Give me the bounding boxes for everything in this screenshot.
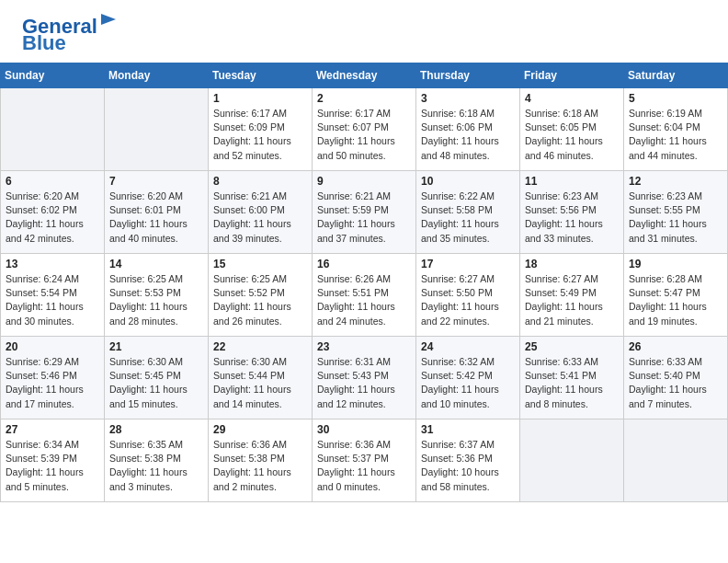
- calendar-cell: 21Sunrise: 6:30 AMSunset: 5:45 PMDayligh…: [105, 337, 209, 419]
- day-info: Sunrise: 6:18 AMSunset: 6:05 PMDaylight:…: [525, 107, 619, 163]
- day-number: 4: [525, 92, 619, 105]
- week-row-5: 27Sunrise: 6:34 AMSunset: 5:39 PMDayligh…: [1, 419, 728, 502]
- day-number: 10: [421, 175, 515, 188]
- day-number: 14: [109, 258, 203, 270]
- calendar-cell: 9Sunrise: 6:21 AMSunset: 5:59 PMDaylight…: [313, 171, 416, 254]
- calendar-cell: 18Sunrise: 6:27 AMSunset: 5:49 PMDayligh…: [520, 254, 624, 337]
- day-info: Sunrise: 6:28 AMSunset: 5:47 PMDaylight:…: [629, 272, 722, 328]
- day-number: 11: [525, 175, 619, 188]
- day-number: 27: [6, 423, 99, 436]
- calendar-cell: 25Sunrise: 6:33 AMSunset: 5:41 PMDayligh…: [520, 337, 624, 419]
- weekday-monday: Monday: [105, 63, 209, 88]
- weekday-wednesday: Wednesday: [313, 63, 416, 88]
- day-number: 2: [317, 92, 411, 105]
- day-info: Sunrise: 6:21 AMSunset: 5:59 PMDaylight:…: [317, 190, 411, 246]
- calendar-cell: 31Sunrise: 6:37 AMSunset: 5:36 PMDayligh…: [416, 419, 520, 502]
- week-row-3: 13Sunrise: 6:24 AMSunset: 5:54 PMDayligh…: [1, 254, 728, 337]
- header: General Blue: [0, 0, 728, 63]
- calendar-cell: 29Sunrise: 6:36 AMSunset: 5:38 PMDayligh…: [209, 419, 313, 502]
- day-info: Sunrise: 6:20 AMSunset: 6:02 PMDaylight:…: [6, 190, 99, 246]
- day-number: 19: [629, 258, 722, 270]
- day-info: Sunrise: 6:33 AMSunset: 5:41 PMDaylight:…: [525, 355, 619, 411]
- day-number: 21: [109, 340, 203, 353]
- calendar-cell: 20Sunrise: 6:29 AMSunset: 5:46 PMDayligh…: [1, 337, 105, 419]
- day-info: Sunrise: 6:30 AMSunset: 5:44 PMDaylight:…: [213, 355, 307, 411]
- day-number: 16: [317, 258, 411, 270]
- day-info: Sunrise: 6:32 AMSunset: 5:42 PMDaylight:…: [421, 355, 515, 411]
- calendar-table: SundayMondayTuesdayWednesdayThursdayFrid…: [0, 63, 728, 502]
- day-info: Sunrise: 6:17 AMSunset: 6:07 PMDaylight:…: [317, 107, 411, 163]
- day-number: 24: [421, 340, 515, 353]
- calendar-cell: 27Sunrise: 6:34 AMSunset: 5:39 PMDayligh…: [1, 419, 105, 502]
- day-info: Sunrise: 6:34 AMSunset: 5:39 PMDaylight:…: [6, 438, 99, 494]
- calendar-cell: 26Sunrise: 6:33 AMSunset: 5:40 PMDayligh…: [624, 337, 728, 419]
- calendar-cell: 10Sunrise: 6:22 AMSunset: 5:58 PMDayligh…: [416, 171, 520, 254]
- calendar-cell: 11Sunrise: 6:23 AMSunset: 5:56 PMDayligh…: [520, 171, 624, 254]
- day-info: Sunrise: 6:27 AMSunset: 5:49 PMDaylight:…: [525, 272, 619, 328]
- day-info: Sunrise: 6:30 AMSunset: 5:45 PMDaylight:…: [109, 355, 203, 411]
- day-number: 3: [421, 92, 515, 105]
- day-number: 31: [421, 423, 515, 436]
- day-number: 5: [629, 92, 722, 105]
- day-info: Sunrise: 6:25 AMSunset: 5:52 PMDaylight:…: [213, 272, 307, 328]
- calendar-cell: 30Sunrise: 6:36 AMSunset: 5:37 PMDayligh…: [313, 419, 416, 502]
- week-row-2: 6Sunrise: 6:20 AMSunset: 6:02 PMDaylight…: [1, 171, 728, 254]
- weekday-sunday: Sunday: [1, 63, 105, 88]
- day-number: 12: [629, 175, 722, 188]
- day-info: Sunrise: 6:27 AMSunset: 5:50 PMDaylight:…: [421, 272, 515, 328]
- day-number: 25: [525, 340, 619, 353]
- calendar-cell: 3Sunrise: 6:18 AMSunset: 6:06 PMDaylight…: [416, 88, 520, 171]
- day-number: 8: [213, 175, 307, 188]
- day-info: Sunrise: 6:36 AMSunset: 5:38 PMDaylight:…: [213, 438, 307, 494]
- day-info: Sunrise: 6:23 AMSunset: 5:56 PMDaylight:…: [525, 190, 619, 246]
- calendar-cell: 17Sunrise: 6:27 AMSunset: 5:50 PMDayligh…: [416, 254, 520, 337]
- calendar-cell: [105, 88, 209, 171]
- day-info: Sunrise: 6:25 AMSunset: 5:53 PMDaylight:…: [109, 272, 203, 328]
- day-number: 7: [109, 175, 203, 188]
- day-info: Sunrise: 6:17 AMSunset: 6:09 PMDaylight:…: [213, 107, 307, 163]
- day-info: Sunrise: 6:19 AMSunset: 6:04 PMDaylight:…: [629, 107, 722, 163]
- calendar-cell: [1, 88, 105, 171]
- calendar-cell: 28Sunrise: 6:35 AMSunset: 5:38 PMDayligh…: [105, 419, 209, 502]
- weekday-friday: Friday: [520, 63, 624, 88]
- day-number: 28: [109, 423, 203, 436]
- day-info: Sunrise: 6:23 AMSunset: 5:55 PMDaylight:…: [629, 190, 722, 246]
- day-number: 26: [629, 340, 722, 353]
- day-number: 6: [6, 175, 99, 188]
- calendar-cell: [520, 419, 624, 502]
- calendar-cell: 8Sunrise: 6:21 AMSunset: 6:00 PMDaylight…: [209, 171, 313, 254]
- calendar-cell: 2Sunrise: 6:17 AMSunset: 6:07 PMDaylight…: [313, 88, 416, 171]
- svg-marker-0: [101, 14, 116, 25]
- weekday-saturday: Saturday: [624, 63, 728, 88]
- day-info: Sunrise: 6:29 AMSunset: 5:46 PMDaylight:…: [6, 355, 99, 411]
- day-number: 30: [317, 423, 411, 436]
- calendar-cell: 6Sunrise: 6:20 AMSunset: 6:02 PMDaylight…: [1, 171, 105, 254]
- day-number: 18: [525, 258, 619, 270]
- day-number: 15: [213, 258, 307, 270]
- calendar-cell: 19Sunrise: 6:28 AMSunset: 5:47 PMDayligh…: [624, 254, 728, 337]
- day-number: 22: [213, 340, 307, 353]
- day-number: 23: [317, 340, 411, 353]
- day-info: Sunrise: 6:35 AMSunset: 5:38 PMDaylight:…: [109, 438, 203, 494]
- weekday-thursday: Thursday: [416, 63, 520, 88]
- day-info: Sunrise: 6:36 AMSunset: 5:37 PMDaylight:…: [317, 438, 411, 494]
- week-row-4: 20Sunrise: 6:29 AMSunset: 5:46 PMDayligh…: [1, 337, 728, 419]
- weekday-header-row: SundayMondayTuesdayWednesdayThursdayFrid…: [1, 63, 728, 88]
- logo: General Blue: [22, 17, 119, 53]
- calendar-cell: 13Sunrise: 6:24 AMSunset: 5:54 PMDayligh…: [1, 254, 105, 337]
- day-number: 13: [6, 258, 99, 270]
- day-info: Sunrise: 6:26 AMSunset: 5:51 PMDaylight:…: [317, 272, 411, 328]
- calendar-cell: 24Sunrise: 6:32 AMSunset: 5:42 PMDayligh…: [416, 337, 520, 419]
- calendar-cell: 7Sunrise: 6:20 AMSunset: 6:01 PMDaylight…: [105, 171, 209, 254]
- weekday-tuesday: Tuesday: [209, 63, 313, 88]
- calendar-cell: 23Sunrise: 6:31 AMSunset: 5:43 PMDayligh…: [313, 337, 416, 419]
- calendar-cell: 16Sunrise: 6:26 AMSunset: 5:51 PMDayligh…: [313, 254, 416, 337]
- day-number: 29: [213, 423, 307, 436]
- calendar-cell: 22Sunrise: 6:30 AMSunset: 5:44 PMDayligh…: [209, 337, 313, 419]
- day-number: 1: [213, 92, 307, 105]
- calendar-cell: 14Sunrise: 6:25 AMSunset: 5:53 PMDayligh…: [105, 254, 209, 337]
- day-number: 9: [317, 175, 411, 188]
- day-number: 20: [6, 340, 99, 353]
- week-row-1: 1Sunrise: 6:17 AMSunset: 6:09 PMDaylight…: [1, 88, 728, 171]
- day-info: Sunrise: 6:37 AMSunset: 5:36 PMDaylight:…: [421, 438, 515, 494]
